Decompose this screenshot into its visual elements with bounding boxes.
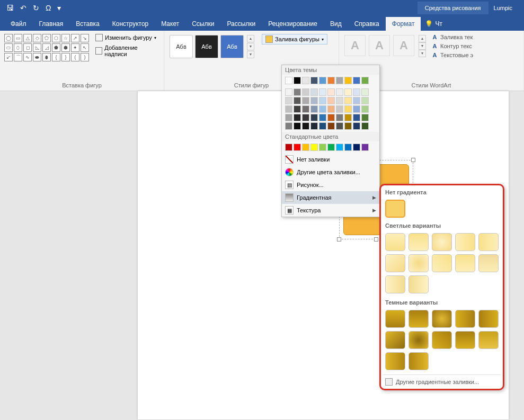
shape-thumb[interactable]: ⬠	[42, 34, 51, 42]
save-icon[interactable]: 🖫	[6, 4, 14, 12]
shape-fill-button[interactable]: Заливка фигуры ▾	[262, 34, 327, 44]
gradient-swatch[interactable]	[455, 331, 475, 349]
no-gradient-swatch[interactable]	[385, 200, 405, 218]
color-swatch[interactable]	[310, 122, 318, 130]
color-swatch[interactable]	[344, 97, 352, 104]
shape-thumb[interactable]: ↖	[81, 43, 89, 52]
tab-mailings[interactable]: Рассылки	[220, 17, 262, 31]
color-swatch[interactable]	[361, 114, 369, 121]
shape-thumb[interactable]: (	[71, 53, 79, 61]
color-swatch[interactable]	[353, 77, 360, 84]
shape-thumb[interactable]: ◺	[33, 43, 41, 52]
gradient-swatch[interactable]	[478, 331, 499, 349]
color-swatch[interactable]	[319, 105, 326, 113]
wordart-gallery[interactable]: A A A ▴ ▾ ▾	[342, 33, 428, 59]
color-swatch[interactable]	[302, 144, 309, 151]
color-swatch[interactable]	[336, 97, 343, 104]
shape-thumb[interactable]: ↗	[71, 34, 79, 42]
color-swatch[interactable]	[327, 88, 335, 96]
color-swatch[interactable]	[285, 88, 292, 96]
color-swatch[interactable]	[353, 88, 360, 96]
color-swatch[interactable]	[361, 97, 369, 104]
tab-insert[interactable]: Вставка	[69, 17, 106, 31]
tab-format[interactable]: Формат	[386, 17, 421, 31]
color-swatch[interactable]	[310, 88, 318, 96]
shape-thumb[interactable]: ✦	[71, 43, 79, 52]
style-swatch[interactable]: Абв	[220, 35, 244, 58]
gradient-fill-item[interactable]: Градиентная ▶	[282, 191, 379, 204]
color-swatch[interactable]	[294, 97, 301, 104]
color-swatch[interactable]	[319, 88, 326, 96]
color-swatch[interactable]	[302, 122, 309, 130]
color-swatch[interactable]	[353, 144, 360, 151]
text-box-button[interactable]: Добавление надписи	[93, 43, 161, 58]
shape-thumb[interactable]: {	[52, 53, 60, 61]
tab-references[interactable]: Ссылки	[185, 17, 220, 31]
color-swatch[interactable]	[294, 105, 301, 113]
resize-handle[interactable]	[374, 237, 378, 242]
shape-styles-gallery[interactable]: Абв Абв Абв ▴ ▾ ▾	[167, 33, 256, 60]
tell-me-search[interactable]: 💡 Чт	[421, 17, 447, 31]
shape-thumb[interactable]: ◯	[4, 34, 13, 42]
color-swatch[interactable]	[294, 122, 301, 130]
gradient-swatch[interactable]	[408, 331, 429, 349]
color-swatch[interactable]	[302, 77, 309, 84]
shape-thumb[interactable]: ◇	[33, 34, 41, 42]
color-swatch[interactable]	[319, 144, 326, 151]
gradient-swatch[interactable]	[408, 254, 429, 272]
gradient-swatch[interactable]	[408, 352, 429, 370]
color-swatch[interactable]	[310, 114, 318, 121]
shape-thumb[interactable]: ∿	[23, 53, 32, 61]
color-swatch[interactable]	[294, 77, 301, 84]
gradient-swatch[interactable]	[408, 233, 429, 251]
gallery-expand-icon[interactable]: ▾	[419, 50, 426, 57]
shape-thumb[interactable]: ⬬	[33, 53, 41, 61]
color-swatch[interactable]	[344, 77, 352, 84]
gallery-expand-icon[interactable]: ▾	[247, 51, 254, 58]
color-swatch[interactable]	[344, 144, 352, 151]
color-swatch[interactable]	[336, 122, 343, 130]
scroll-down-icon[interactable]: ▾	[247, 43, 254, 50]
redo-icon[interactable]: ↻	[33, 4, 39, 12]
color-swatch[interactable]	[344, 105, 352, 113]
color-swatch[interactable]	[361, 77, 369, 84]
undo-icon[interactable]: ↶	[20, 4, 26, 12]
color-swatch[interactable]	[336, 77, 343, 84]
color-swatch[interactable]	[285, 114, 292, 121]
color-swatch[interactable]	[319, 122, 326, 130]
color-swatch[interactable]	[344, 88, 352, 96]
gallery-scroll[interactable]: ▴ ▾ ▾	[419, 35, 426, 57]
qat-customize-icon[interactable]: ▾	[57, 4, 61, 12]
shape-thumb[interactable]: ⬮	[42, 53, 51, 61]
more-gradients-item[interactable]: Другие градиентные заливки...	[383, 374, 501, 387]
gradient-swatch[interactable]	[432, 254, 452, 272]
gradient-swatch[interactable]	[385, 352, 405, 370]
scroll-up-icon[interactable]: ▴	[247, 35, 254, 42]
shape-thumb[interactable]: ⬢	[61, 43, 70, 52]
shape-thumb[interactable]: ⬯	[14, 43, 22, 52]
tab-view[interactable]: Вид	[324, 17, 348, 31]
resize-handle[interactable]	[411, 158, 415, 162]
shape-thumb[interactable]: ↘	[81, 34, 89, 42]
picture-fill-item[interactable]: ▤ Рисунок...	[282, 178, 379, 191]
omega-icon[interactable]: Ω	[46, 4, 51, 12]
texture-fill-item[interactable]: ▦ Текстура ▶	[282, 204, 379, 217]
gallery-scroll[interactable]: ▴ ▾ ▾	[247, 35, 254, 58]
color-swatch[interactable]	[285, 122, 292, 130]
color-swatch[interactable]	[344, 114, 352, 121]
color-swatch[interactable]	[361, 144, 369, 151]
shape-thumb[interactable]: ▭	[14, 34, 22, 42]
shape-thumb[interactable]: ◻	[23, 43, 32, 52]
gradient-swatch[interactable]	[385, 331, 405, 349]
gradient-swatch[interactable]	[385, 233, 405, 251]
tab-review[interactable]: Рецензирование	[262, 17, 324, 31]
tab-file[interactable]: Файл	[4, 17, 33, 31]
text-effects-button[interactable]: AТекстовые э	[430, 51, 474, 59]
color-swatch[interactable]	[336, 114, 343, 121]
text-outline-button[interactable]: AКонтур текс	[430, 42, 474, 50]
color-swatch[interactable]	[294, 88, 301, 96]
color-swatch[interactable]	[327, 77, 335, 84]
more-colors-item[interactable]: Другие цвета заливки...	[282, 166, 379, 178]
color-swatch[interactable]	[327, 97, 335, 104]
gradient-swatch[interactable]	[455, 310, 475, 328]
